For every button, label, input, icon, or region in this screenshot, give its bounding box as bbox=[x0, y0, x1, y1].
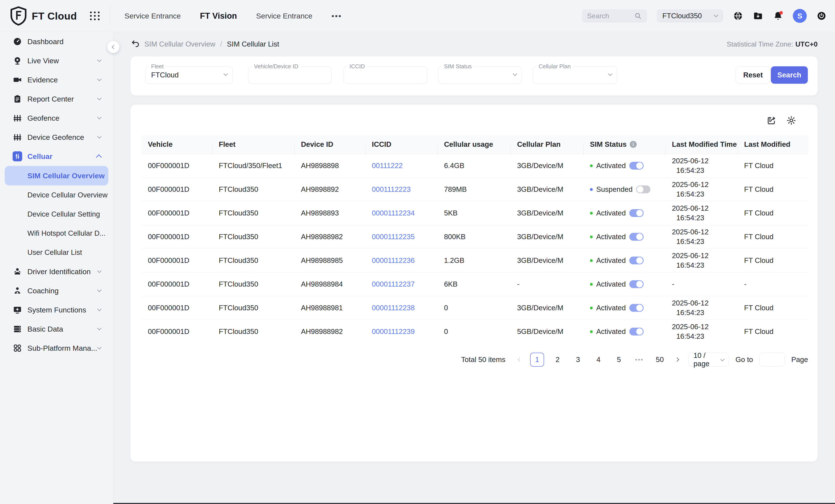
iccid-link[interactable]: 00111222 bbox=[372, 162, 403, 169]
cell-last-modified-by: - bbox=[738, 280, 808, 288]
table-header-row: Vehicle Fleet Device ID ICCID Cellular u… bbox=[141, 135, 808, 154]
sim-status-toggle[interactable] bbox=[629, 280, 644, 288]
sim-status-toggle[interactable] bbox=[629, 328, 644, 336]
sidebar-item-evidence[interactable]: Evidence bbox=[0, 70, 113, 89]
sim-status-select[interactable]: SIM Status bbox=[438, 66, 522, 84]
page-number[interactable]: 4 bbox=[591, 353, 605, 367]
sidebar-item-geofence[interactable]: Geofence bbox=[0, 108, 113, 128]
table-row[interactable]: 00F000001DFTCloud350AH989889850000111223… bbox=[141, 249, 808, 273]
sidebar-item-device-cellular-setting[interactable]: Device Cellular Setting bbox=[0, 205, 113, 224]
info-icon[interactable]: i bbox=[630, 141, 637, 148]
sidebar-collapse-button[interactable] bbox=[107, 41, 119, 53]
cell-device-id: AH98988982 bbox=[294, 233, 365, 241]
iccid-link[interactable]: 00001112235 bbox=[372, 233, 415, 241]
table-row[interactable]: 00F000001DFTCloud350AH989889200011122237… bbox=[141, 178, 808, 201]
cellular-plan-select[interactable]: Cellular Plan bbox=[533, 66, 617, 84]
user-avatar[interactable]: S bbox=[793, 9, 807, 23]
iccid-link[interactable]: 0001112223 bbox=[372, 185, 411, 193]
nav-service-entrance-2[interactable]: Service Entrance bbox=[256, 12, 312, 20]
nav-more-icon[interactable]: ••• bbox=[332, 12, 342, 20]
sliders-icon bbox=[13, 152, 22, 161]
notifications-bell-icon[interactable] bbox=[773, 11, 783, 21]
table-row[interactable]: 00F000001DFTCloud350AH989889820000111223… bbox=[141, 320, 808, 343]
page-ellipsis-icon[interactable]: ••• bbox=[632, 353, 646, 367]
chevron-down-icon bbox=[97, 134, 102, 139]
search-icon bbox=[634, 12, 642, 20]
sidebar-item-basic-data[interactable]: Basic Data bbox=[0, 319, 113, 339]
sim-status-toggle[interactable] bbox=[629, 233, 644, 241]
reset-button[interactable]: Reset bbox=[736, 66, 770, 84]
language-globe-icon[interactable] bbox=[733, 11, 743, 21]
cell-cellular-plan: 3GB/Device/M bbox=[511, 304, 584, 312]
global-search-input[interactable]: Search bbox=[582, 9, 647, 22]
col-last-modified: Last Modified bbox=[738, 140, 808, 148]
iccid-link[interactable]: 00001112234 bbox=[372, 209, 415, 217]
sim-status-toggle[interactable] bbox=[629, 209, 644, 217]
iccid-link[interactable]: 00001112236 bbox=[372, 256, 415, 264]
logout-power-icon[interactable] bbox=[816, 11, 827, 21]
page-size-select[interactable]: 10 / page bbox=[689, 353, 729, 367]
cell-device-id: AH98988985 bbox=[294, 256, 365, 265]
sidebar-item-celluar[interactable]: Celluar bbox=[0, 147, 113, 166]
sidebar-item-user-cellular-list[interactable]: User Cellular List bbox=[0, 243, 113, 262]
nav-service-entrance-1[interactable]: Service Entrance bbox=[125, 12, 181, 20]
app-launcher-grid-icon[interactable] bbox=[90, 12, 100, 20]
sidebar-item-live-view[interactable]: Live View bbox=[0, 51, 113, 70]
download-folder-icon[interactable] bbox=[753, 11, 763, 21]
back-icon[interactable] bbox=[130, 39, 140, 49]
sim-status-toggle[interactable] bbox=[629, 162, 644, 169]
sim-status-toggle[interactable] bbox=[629, 304, 644, 312]
table-row[interactable]: 00F000001DFTCloud350AH989889810000111223… bbox=[141, 296, 808, 320]
col-cellular-plan: Cellular Plan bbox=[511, 140, 584, 148]
sidebar-item-report-center[interactable]: Report Center bbox=[0, 89, 113, 108]
sidebar-item-device-cellular-overview[interactable]: Device Cellular Overview bbox=[0, 185, 113, 205]
sidebar-item-dashboard[interactable]: Dashboard bbox=[0, 32, 113, 51]
breadcrumb-separator: / bbox=[220, 40, 222, 48]
search-button[interactable]: Search bbox=[771, 66, 808, 84]
sidebar-item-wifi-hotspot-cellular[interactable]: Wifi Hotspot Cellular D... bbox=[0, 224, 113, 243]
sidebar-item-coaching[interactable]: Coaching bbox=[0, 281, 113, 300]
sim-status-toggle[interactable] bbox=[629, 257, 644, 264]
video-camera-icon bbox=[13, 75, 22, 85]
iccid-link[interactable]: 00001112239 bbox=[372, 327, 415, 336]
export-icon[interactable] bbox=[766, 116, 776, 125]
table-settings-gear-icon[interactable] bbox=[786, 116, 796, 125]
page-size-value: 10 / page bbox=[693, 351, 721, 368]
page-number[interactable]: 1 bbox=[530, 353, 544, 367]
vehicle-device-id-input[interactable]: Vehicle/Device ID bbox=[248, 66, 332, 84]
page-number[interactable]: 5 bbox=[612, 353, 626, 367]
chevron-down-icon bbox=[97, 268, 102, 273]
table-row[interactable]: 00F000001DFTCloud/350/Fleet1AH9898898001… bbox=[141, 154, 808, 178]
iccid-link[interactable]: 00001112238 bbox=[372, 304, 415, 312]
cell-last-modified-by: FT Cloud bbox=[738, 304, 808, 312]
col-last-modified-time: Last Modified Time bbox=[666, 140, 738, 148]
col-sim-status: SIM Status i bbox=[584, 140, 666, 148]
driver-icon bbox=[13, 267, 22, 276]
table-row[interactable]: 00F000001DFTCloud350AH989889820000111223… bbox=[141, 225, 808, 249]
iccid-link[interactable]: 00001112237 bbox=[372, 280, 415, 288]
table-row[interactable]: 00F000001DFTCloud350AH989889300001112234… bbox=[141, 201, 808, 225]
sidebar-item-sub-platform-management[interactable]: Sub-Platform Mana... bbox=[0, 339, 113, 358]
org-selector-dropdown[interactable]: FTCloud350 bbox=[657, 9, 723, 22]
sidebar-item-device-geofence[interactable]: Device Geofence bbox=[0, 128, 113, 147]
sidebar-item-driver-identification[interactable]: Driver Identification bbox=[0, 262, 113, 281]
cell-vehicle: 00F000001D bbox=[141, 280, 212, 288]
goto-page-input[interactable] bbox=[759, 353, 785, 367]
page-number[interactable]: 2 bbox=[551, 353, 565, 367]
table-row[interactable]: 00F000001DFTCloud350AH989889840000111223… bbox=[141, 273, 808, 296]
page-number[interactable]: 3 bbox=[571, 353, 585, 367]
fleet-select[interactable]: Fleet FTCloud bbox=[145, 66, 233, 84]
chevron-down-icon bbox=[97, 115, 102, 119]
filter-card: Fleet FTCloud Vehicle/Device ID ICCID SI… bbox=[130, 56, 818, 96]
sidebar-item-system-functions[interactable]: System Functions bbox=[0, 300, 113, 319]
status-dot bbox=[590, 259, 593, 262]
nav-ft-vision[interactable]: FT Vision bbox=[200, 11, 237, 21]
breadcrumb-parent[interactable]: SIM Cellular Overview bbox=[144, 40, 215, 48]
prev-page-icon[interactable] bbox=[515, 355, 524, 364]
page-number[interactable]: 50 bbox=[653, 353, 667, 367]
cell-last-modified-time: 2025-06-1216:54:23 bbox=[672, 180, 709, 199]
next-page-icon[interactable] bbox=[673, 355, 682, 364]
iccid-input[interactable]: ICCID bbox=[344, 66, 427, 84]
sidebar-item-sim-cellular-overview[interactable]: SIM Cellular Overview bbox=[5, 166, 108, 185]
sim-status-toggle[interactable] bbox=[636, 185, 650, 193]
